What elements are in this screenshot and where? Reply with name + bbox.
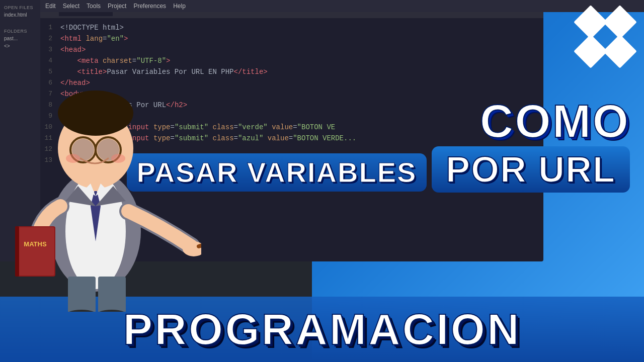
menu-tools[interactable]: Tools	[87, 3, 101, 10]
menu-preferences[interactable]: Preferences	[133, 3, 166, 10]
por-url-label: POR URL	[432, 146, 630, 193]
svg-text:MATHS: MATHS	[24, 240, 47, 248]
top-menu-bar: Edit Select Tools Project Preferences He…	[40, 0, 644, 12]
diamond-4	[603, 34, 637, 68]
title-overlay: COMO PASAR VARIABLES POR URL	[127, 98, 630, 196]
menu-project[interactable]: Project	[108, 3, 126, 10]
menu-help[interactable]: Help	[173, 3, 186, 10]
por-url-text: POR URL	[446, 149, 616, 190]
svg-point-13	[66, 154, 80, 163]
como-text: COMO	[480, 96, 630, 147]
como-label: COMO	[127, 98, 630, 144]
diamond-2	[603, 5, 637, 39]
svg-rect-22	[98, 277, 126, 312]
svg-rect-16	[16, 227, 54, 276]
teacher-svg: MATHS	[0, 30, 201, 312]
logo-area	[579, 10, 634, 65]
diamonds-grid	[579, 10, 634, 65]
programacion-text: PROGRAMACION	[123, 307, 521, 351]
diamond-1	[574, 5, 608, 39]
svg-rect-21	[68, 277, 96, 312]
diamond-3	[574, 34, 608, 68]
main-container: Edit Select Tools Project Preferences He…	[0, 0, 644, 362]
svg-line-20	[199, 206, 201, 246]
menu-select[interactable]: Select	[63, 3, 79, 10]
sidebar-file-item[interactable]: index.html	[2, 11, 38, 19]
open-files-label: OPEN FILES	[2, 4, 38, 11]
svg-point-14	[111, 154, 125, 163]
svg-point-7	[98, 95, 123, 115]
menu-edit[interactable]: Edit	[45, 3, 56, 10]
teacher-character: MATHS	[0, 30, 201, 312]
svg-rect-18	[15, 226, 19, 277]
